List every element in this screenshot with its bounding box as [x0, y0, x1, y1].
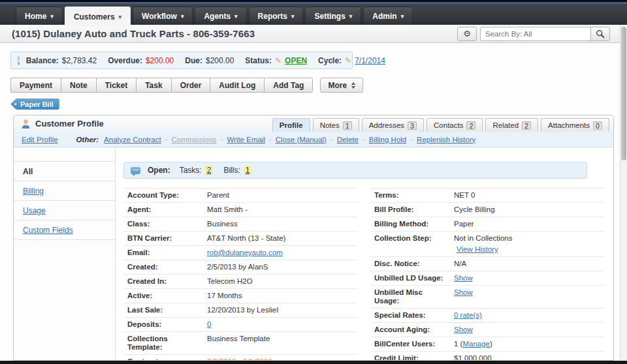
field-value: Parent — [207, 191, 229, 200]
link-commissions: Commissions — [172, 136, 217, 144]
field-value-text: 17 Months — [207, 292, 242, 299]
field-value-text: N/A — [454, 260, 466, 267]
tab-addresses[interactable]: Addresses3 — [362, 118, 424, 132]
task-button[interactable]: Task — [136, 78, 170, 93]
open-items: Tasks:2Bills:1 — [180, 166, 263, 175]
field-value: Paper — [454, 220, 474, 228]
page-title: (1015) Dulaney Auto and Truck Parts - 80… — [12, 28, 457, 39]
link-delete[interactable]: Delete — [337, 136, 359, 144]
field-link-account-aging[interactable]: Show — [454, 326, 473, 333]
status-value-link[interactable]: OPEN — [285, 56, 307, 65]
link-replenish-history[interactable]: Replenish History — [417, 136, 475, 144]
order-button[interactable]: Order — [171, 78, 210, 93]
search-icon — [596, 29, 605, 38]
field-value: Show — [454, 274, 473, 282]
field-row-account-aging: Account Aging:Show — [370, 323, 604, 337]
chevron-down-icon: ▾ — [349, 13, 353, 20]
audit-log-button[interactable]: Audit Log — [210, 78, 264, 93]
link-write-email[interactable]: Write Email — [227, 136, 265, 144]
nav-tab-label: Workflow — [142, 12, 177, 21]
field-link-unbilled-ld-usage[interactable]: Show — [454, 274, 473, 282]
nav-tab-admin[interactable]: Admin▾ — [363, 7, 413, 25]
link-billing-hold[interactable]: Billing Hold — [369, 136, 407, 144]
field-link-unbilled-misc-usage[interactable]: Show — [454, 288, 473, 296]
open-count-link[interactable]: 2 — [205, 166, 214, 175]
search-submit-button[interactable] — [590, 27, 610, 41]
tab-label: Related — [492, 121, 519, 129]
add-tag-button[interactable]: Add Tag — [264, 78, 313, 93]
tab-profile[interactable]: Profile — [272, 118, 310, 132]
sidebar-item-billing[interactable]: Billing — [14, 181, 115, 201]
field-value: 1 (Manage) — [454, 340, 492, 348]
tab-count-badge: 1 — [343, 121, 352, 130]
tab-contacts[interactable]: Contacts2 — [426, 118, 483, 132]
link-manage[interactable]: Manage — [462, 340, 490, 348]
field-value-text: ) — [490, 340, 492, 348]
nav-tab-agents[interactable]: Agents▾ — [195, 7, 246, 25]
nav-tab-customers[interactable]: Customers▾ — [65, 7, 131, 27]
tab-attachments[interactable]: Attachments0 — [541, 118, 609, 132]
field-label: Created: — [127, 263, 207, 271]
nav-tab-workflow[interactable]: Workflow▾ — [133, 7, 193, 25]
search-input[interactable] — [480, 27, 591, 41]
field-row-collection-step: Collection Step:Not in CollectionsView H… — [370, 232, 604, 257]
field-label: Deposits: — [127, 320, 207, 329]
chevron-down-icon: ▾ — [119, 14, 122, 20]
field-label: Email: — [127, 249, 207, 257]
link-view-history[interactable]: View History — [457, 245, 512, 254]
field-row-credit-limit: Credit Limit:$1,000,000 — [370, 352, 604, 361]
link-analyze-contract[interactable]: Analyze Contract — [104, 136, 161, 144]
cycle-value-link[interactable]: 7/1/2014 — [355, 56, 385, 65]
tag-label: Paper Bill — [20, 100, 54, 108]
field-link-special-rates[interactable]: 0 rate(s) — [454, 311, 482, 319]
edit-profile-link[interactable]: Edit Profile — [22, 136, 58, 144]
payment-button[interactable]: Payment — [10, 78, 61, 93]
due-value: $200.00 — [206, 56, 234, 65]
field-link-deposits[interactable]: 0 — [207, 320, 211, 328]
open-label: Open: — [148, 166, 170, 175]
customer-icon — [21, 119, 31, 129]
field-link-email[interactable]: rob@dulaneyauto.com — [207, 249, 283, 256]
field-label: Active: — [127, 292, 207, 300]
field-value: 0 — [207, 320, 211, 329]
edit-status-pencil-icon[interactable]: ✎ — [275, 56, 281, 65]
sidebar-item-custom-fields[interactable]: Custom Fields — [14, 220, 115, 240]
field-label: Unbilled LD Usage: — [374, 274, 454, 282]
sidebar-item-all[interactable]: All — [14, 162, 115, 181]
tab-label: Addresses — [369, 121, 404, 129]
scrollbar-thumb[interactable] — [621, 27, 626, 160]
profile-links-row: Edit Profile Other: Analyze Contract·Com… — [14, 132, 613, 147]
window-bottom-edge — [0, 361, 627, 364]
chevron-down-icon: ▾ — [234, 13, 238, 20]
nav-tab-home[interactable]: Home▾ — [16, 7, 63, 25]
balance-field: Balance: $2,783.42 — [26, 56, 97, 65]
tab-label: Attachments — [548, 121, 590, 129]
field-value: Matt Smith - — [207, 205, 248, 214]
nav-tab-reports[interactable]: Reports▾ — [249, 7, 304, 25]
more-button[interactable]: More — [320, 78, 363, 93]
field-label: Credit Limit: — [374, 354, 454, 361]
cycle-label: Cycle: — [318, 56, 342, 65]
sidebar-item-usage[interactable]: Usage — [14, 201, 115, 220]
tab-notes[interactable]: Notes1 — [313, 118, 359, 132]
note-button[interactable]: Note — [61, 78, 96, 93]
field-label: Class: — [127, 220, 207, 228]
ticket-button[interactable]: Ticket — [96, 78, 136, 93]
sidebar-item-label: Custom Fields — [23, 226, 73, 235]
search-settings-button[interactable]: ⚙ — [457, 27, 477, 41]
open-count-link[interactable]: 1 — [244, 166, 252, 175]
tab-related[interactable]: Related2 — [485, 118, 538, 132]
separator-dot: · — [330, 136, 333, 144]
customer-title-bar: (1015) Dulaney Auto and Truck Parts - 80… — [0, 25, 627, 43]
field-label: Billing Method: — [374, 220, 454, 228]
tag-paper-bill[interactable]: Paper Bill — [10, 99, 59, 110]
field-row-contract: Contract:2/5/2013 - 6/1/2013 — [123, 355, 357, 361]
link-close-manual[interactable]: Close (Manual) — [276, 136, 327, 144]
up-down-arrows-icon — [351, 82, 355, 89]
nav-tab-settings[interactable]: Settings▾ — [305, 7, 361, 25]
field-value: AT&T North (13 - State) — [207, 234, 285, 243]
edit-cycle-pencil-icon[interactable]: ✎ — [345, 56, 351, 65]
vertical-scrollbar[interactable] — [620, 25, 627, 361]
profile-sidebar: AllBillingUsageCustom Fields — [14, 147, 116, 361]
field-label: Account Aging: — [374, 326, 454, 334]
